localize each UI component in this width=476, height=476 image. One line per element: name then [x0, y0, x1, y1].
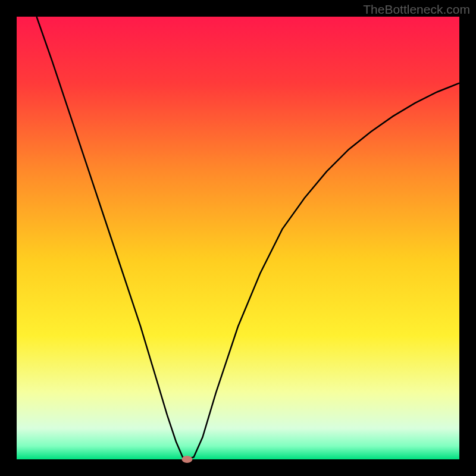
bottleneck-chart: [0, 0, 476, 476]
watermark: TheBottleneck.com: [363, 2, 470, 17]
optimal-marker: [181, 456, 192, 463]
chart-container: [0, 0, 476, 476]
plot-area: [17, 17, 459, 459]
